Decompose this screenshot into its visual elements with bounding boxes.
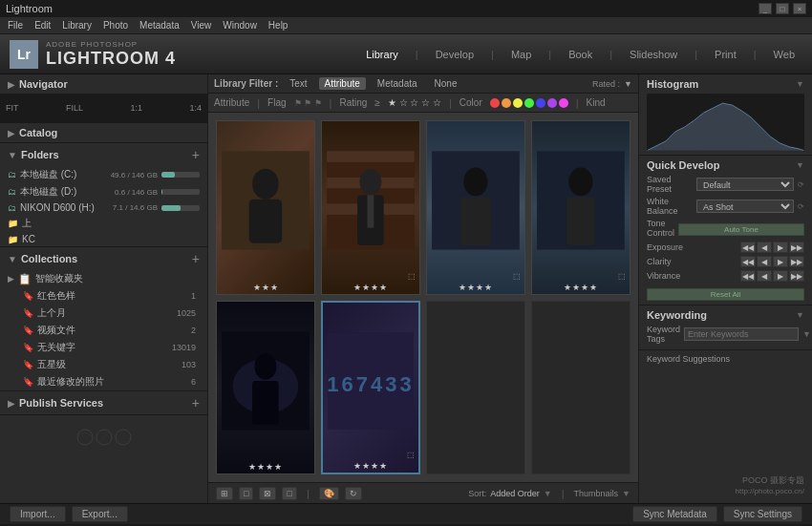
exposure-down-down-button[interactable]: ◀◀ [740, 242, 756, 253]
navigator-preview: FIT FILL 1:1 1:4 [0, 94, 207, 122]
nav-fill[interactable]: FILL [66, 103, 83, 113]
svg-rect-25 [252, 381, 279, 425]
collection-lastmonth[interactable]: 🔖 上个月 1025 [0, 305, 207, 322]
sync-settings-button[interactable]: Sync Settings [723, 506, 802, 522]
filter-metadata-button[interactable]: Metadata [372, 77, 423, 90]
collection-recent[interactable]: 🔖 最近修改的照片 6 [0, 373, 207, 390]
module-slideshow[interactable]: Slideshow [622, 47, 685, 62]
vibrance-up-button[interactable]: ▶ [773, 270, 788, 282]
color-purple[interactable] [547, 98, 557, 108]
color-green[interactable] [524, 98, 534, 108]
white-balance-select[interactable]: As Shot [696, 200, 794, 213]
survey-view-button[interactable]: □ [282, 487, 296, 500]
menu-window[interactable]: Window [223, 20, 257, 31]
collection-video[interactable]: 🔖 视频文件 2 [0, 322, 207, 339]
exposure-up-up-button[interactable]: ▶▶ [789, 242, 804, 253]
color-orange[interactable] [502, 98, 511, 108]
lr-badge: Lr [10, 40, 38, 69]
module-web[interactable]: Web [766, 47, 802, 62]
minimize-button[interactable]: _ [759, 3, 772, 14]
color-red[interactable] [490, 98, 500, 108]
reset-all-button[interactable]: Reset All [647, 288, 804, 301]
vibrance-down-down-button[interactable]: ◀◀ [740, 270, 756, 282]
module-develop[interactable]: Develop [428, 47, 481, 62]
right-panel: Histogram ▼ [638, 74, 812, 503]
import-button[interactable]: Import... [10, 506, 66, 522]
menu-edit[interactable]: Edit [34, 20, 51, 31]
filter-none-button[interactable]: None [429, 77, 463, 90]
close-button[interactable]: × [793, 3, 806, 14]
module-map[interactable]: Map [503, 47, 539, 62]
maximize-button[interactable]: □ [776, 3, 789, 14]
clarity-up-up-button[interactable]: ▶▶ [789, 256, 804, 267]
module-print[interactable]: Print [707, 47, 744, 62]
collection-5star[interactable]: 🔖 五星级 103 [0, 356, 207, 373]
app-header: Lr ADOBE PHOTOSHOP LIGHTROOM 4 Library |… [0, 34, 812, 74]
collections-header[interactable]: ▼ Collections + [0, 247, 207, 270]
folders-add-button[interactable]: + [192, 147, 200, 162]
grid-view-button[interactable]: ⊞ [216, 487, 233, 500]
kw-options-button[interactable]: ▼ [802, 329, 811, 339]
photo-7 [426, 301, 525, 475]
histogram-section: Histogram ▼ [639, 74, 812, 156]
menu-metadata[interactable]: Metadata [139, 20, 180, 31]
svg-point-24 [255, 353, 277, 380]
publish-services-add-button[interactable]: + [192, 395, 200, 410]
color-yellow[interactable] [513, 98, 523, 108]
clarity-down-down-button[interactable]: ◀◀ [740, 256, 756, 267]
folder-item[interactable]: 🗂 本地磁盘 (D:) 0.6 / 146 GB [0, 183, 207, 200]
spray-button[interactable]: 🎨 [319, 487, 339, 500]
photo-4[interactable]: ★★★★ ⬚ [531, 120, 630, 295]
color-blue[interactable] [536, 98, 545, 108]
folders-header[interactable]: ▼ Folders + [0, 143, 207, 166]
photo-5[interactable]: ★★★★ [216, 301, 315, 475]
nav-zoom2[interactable]: 1:4 [189, 103, 202, 113]
menu-library[interactable]: Library [62, 20, 92, 31]
nav-zoom1[interactable]: 1:1 [130, 103, 142, 113]
left-panel: ▶ Navigator FIT FILL 1:1 1:4 ▶ Catalog [0, 74, 208, 503]
compare-view-button[interactable]: ⊠ [259, 487, 276, 500]
auto-tone-button[interactable]: Auto Tone [678, 223, 804, 236]
collections-add-button[interactable]: + [192, 251, 200, 266]
filter-text-button[interactable]: Text [284, 77, 312, 90]
folder-item[interactable]: 📁 上 [0, 215, 207, 232]
photo-6[interactable]: 167433 ★★★★ ⬚ [321, 301, 420, 475]
vibrance-down-button[interactable]: ◀ [757, 270, 772, 282]
menu-photo[interactable]: Photo [103, 20, 128, 31]
loupe-view-button[interactable]: □ [239, 487, 253, 500]
wb-arrow[interactable]: ⟳ [798, 202, 804, 211]
saved-preset-select[interactable]: Default [696, 178, 794, 191]
module-library[interactable]: Library [358, 47, 406, 62]
collections-group[interactable]: ▶ 📋 智能收藏夹 [0, 270, 207, 287]
saved-preset-arrow[interactable]: ⟳ [798, 180, 804, 189]
rotate-button[interactable]: ↻ [345, 487, 362, 500]
vibrance-up-up-button[interactable]: ▶▶ [789, 270, 804, 282]
svg-rect-21 [566, 198, 595, 245]
photo-2[interactable]: ★★★★ ⬚ [321, 120, 420, 295]
navigator-header[interactable]: ▶ Navigator [0, 74, 207, 94]
clarity-down-button[interactable]: ◀ [757, 256, 772, 267]
folder-item[interactable]: 🗂 NIKON D600 (H:) 7.1 / 14.6 GB [0, 200, 207, 215]
catalog-header[interactable]: ▶ Catalog [0, 123, 207, 142]
exposure-down-button[interactable]: ◀ [757, 242, 772, 253]
sync-metadata-button[interactable]: Sync Metadata [632, 506, 717, 522]
nav-fit[interactable]: FIT [6, 103, 19, 113]
collection-nokw[interactable]: 🔖 无关键字 13019 [0, 339, 207, 356]
photo-3[interactable]: ★★★★ ⬚ [426, 120, 525, 295]
folder-item[interactable]: 📁 KC [0, 232, 207, 246]
color-magenta[interactable] [559, 98, 568, 108]
exposure-up-button[interactable]: ▶ [773, 242, 788, 253]
menu-view[interactable]: View [191, 20, 212, 31]
export-button[interactable]: Export... [72, 506, 128, 522]
filter-attribute-button[interactable]: Attribute [319, 77, 366, 90]
photo-1[interactable]: ★★★ [216, 120, 315, 295]
menu-file[interactable]: File [8, 20, 23, 31]
svg-rect-18 [460, 198, 491, 245]
keyword-tags-input[interactable] [684, 327, 799, 341]
publish-services-header[interactable]: ▶ Publish Services + [0, 391, 207, 414]
clarity-up-button[interactable]: ▶ [773, 256, 788, 267]
module-book[interactable]: Book [561, 47, 600, 62]
menu-help[interactable]: Help [268, 20, 288, 31]
collection-red[interactable]: 🔖 红色色样 1 [0, 287, 207, 305]
folder-item[interactable]: 🗂 本地磁盘 (C:) 49.6 / 146 GB [0, 166, 207, 183]
